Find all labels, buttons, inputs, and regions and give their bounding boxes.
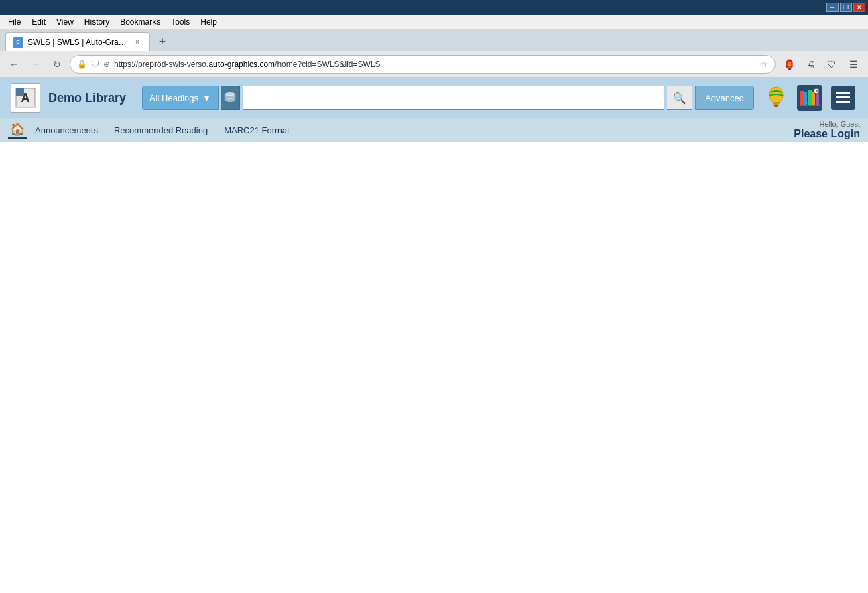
tab-favicon: S	[13, 37, 23, 48]
svg-rect-16	[812, 92, 815, 105]
chevron-down-icon: ▼	[202, 93, 211, 103]
nav-announcements[interactable]: Announcements	[27, 121, 106, 139]
url-display[interactable]: https://preprod-swls-verso.auto-graphics…	[114, 60, 757, 69]
menu-edit[interactable]: Edit	[26, 16, 51, 28]
menu-file[interactable]: File	[3, 16, 26, 28]
nav-recommended-reading[interactable]: Recommended Reading	[106, 121, 216, 139]
tab-bar: S SWLS | SWLS | Auto-Graphics In... × +	[0, 29, 868, 51]
hamburger-menu-button[interactable]: ☰	[844, 55, 863, 74]
headings-label: All Headings	[149, 93, 198, 103]
list-icon	[831, 86, 855, 110]
nav-bar: 🏠 Announcements Recommended Reading MARC…	[0, 118, 868, 143]
menu-bookmarks[interactable]: Bookmarks	[115, 16, 166, 28]
forward-button[interactable]: →	[27, 56, 44, 73]
library-name: Demo Library	[48, 91, 126, 105]
search-button[interactable]: 🔍	[667, 86, 692, 110]
menu-help[interactable]: Help	[195, 16, 223, 28]
library-logo: A	[11, 83, 40, 113]
advanced-search-button[interactable]: Advanced	[695, 86, 754, 110]
back-button[interactable]: ←	[5, 56, 23, 73]
reload-button[interactable]: ↻	[48, 56, 66, 73]
tab-close-button[interactable]: ×	[132, 37, 143, 48]
main-content	[0, 143, 868, 545]
svg-rect-13	[800, 91, 804, 105]
address-bar[interactable]: 🔒 🛡 ⊕ https://preprod-swls-verso.auto-gr…	[70, 55, 776, 74]
restore-button[interactable]: ❐	[840, 3, 852, 12]
list-view-icon-button[interactable]	[829, 84, 857, 112]
menu-view[interactable]: View	[51, 16, 79, 28]
home-icon: 🏠	[10, 122, 25, 137]
search-area: All Headings ▼ 🔍 Advanced	[142, 86, 754, 110]
svg-rect-2	[16, 88, 24, 96]
menu-bar: File Edit View History Bookmarks Tools H…	[0, 15, 868, 29]
url-path: /home?cid=SWLS&lid=SWLS	[275, 60, 380, 69]
menu-tools[interactable]: Tools	[166, 16, 195, 28]
svg-rect-24	[836, 101, 850, 103]
url-domain: auto-graphics.com	[208, 60, 275, 69]
minimize-button[interactable]: ─	[826, 3, 839, 12]
nav-marc21-format[interactable]: MARC21 Format	[216, 121, 298, 139]
svg-rect-10	[774, 105, 778, 107]
shield-icon: 🛡	[91, 60, 99, 69]
svg-rect-18	[800, 105, 820, 106]
os-titlebar: ─ ❐ ✕	[0, 0, 868, 15]
svg-rect-9	[773, 102, 779, 105]
svg-rect-14	[804, 92, 807, 105]
svg-rect-22	[836, 92, 850, 94]
browser-toolbar-icons: 🏮 🖨 🛡 ☰	[780, 55, 863, 74]
os-window-controls: ─ ❐ ✕	[826, 3, 865, 12]
login-link[interactable]: Please Login	[794, 128, 860, 140]
database-icon[interactable]	[221, 86, 240, 110]
app-header: A Demo Library All Headings ▼ 🔍 Advanced	[0, 78, 868, 118]
pocket-button[interactable]: 🏮	[780, 55, 798, 74]
hello-text: Hello, Guest	[819, 120, 860, 128]
headings-dropdown[interactable]: All Headings ▼	[142, 86, 219, 110]
search-input-wrapper	[243, 86, 664, 110]
svg-rect-17	[816, 93, 819, 105]
header-right-icons	[762, 84, 857, 112]
advanced-label: Advanced	[705, 93, 744, 103]
browser-tab-active[interactable]: S SWLS | SWLS | Auto-Graphics In... ×	[5, 32, 150, 51]
search-input[interactable]	[248, 93, 658, 103]
menu-history[interactable]: History	[79, 16, 115, 28]
home-nav-button[interactable]: 🏠	[8, 121, 27, 139]
logo-icon: A	[15, 87, 36, 109]
catalog-icon-button[interactable]	[796, 84, 824, 112]
permissions-icon: ⊕	[103, 60, 110, 69]
catalog-icon	[797, 85, 822, 111]
close-button[interactable]: ✕	[853, 3, 865, 12]
address-bar-row: ← → ↻ 🔒 🛡 ⊕ https://preprod-swls-verso.a…	[0, 51, 868, 78]
print-button[interactable]: 🖨	[801, 55, 820, 74]
user-info: Hello, Guest Please Login	[794, 120, 860, 140]
svg-point-6	[225, 98, 235, 102]
security-icon: 🔒	[77, 60, 87, 69]
addon-button[interactable]: 🛡	[822, 55, 841, 74]
new-tab-button[interactable]: +	[153, 32, 172, 51]
url-protocol: https://preprod-swls-verso.	[114, 60, 208, 69]
svg-rect-15	[808, 90, 812, 105]
lightbulb-icon-button[interactable]	[762, 84, 790, 112]
star-bookmark-icon[interactable]: ☆	[761, 60, 768, 69]
tab-title: SWLS | SWLS | Auto-Graphics In...	[27, 38, 128, 47]
svg-rect-23	[836, 96, 850, 98]
search-icon: 🔍	[673, 92, 686, 105]
